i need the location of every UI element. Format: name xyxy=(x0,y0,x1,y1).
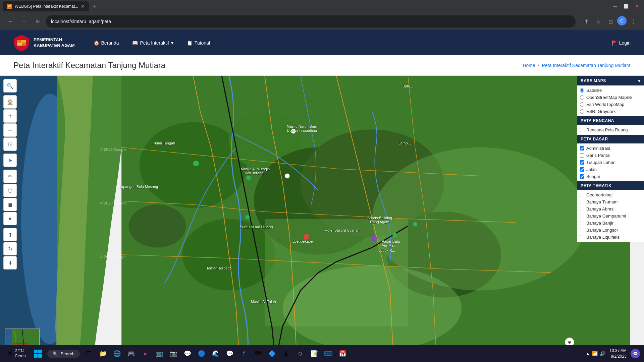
layer-satellite[interactable]: Satellite xyxy=(580,87,641,94)
taskbar-winrar[interactable]: 🗜 xyxy=(280,347,292,360)
osm-label[interactable]: OpenStreetMap Mapnik xyxy=(586,95,632,100)
sungai-label[interactable]: Sungai xyxy=(586,174,600,179)
menu-btn[interactable]: ⋮ xyxy=(628,16,639,27)
bahaya-tsunami-checkbox[interactable] xyxy=(580,200,584,204)
nav-peta-interaktif[interactable]: 📖 Peta Interaktif ▾ xyxy=(127,38,178,48)
layer-bahaya-tsunami[interactable]: Bahaya Tsunami xyxy=(580,198,641,205)
tutupan-lahan-checkbox[interactable] xyxy=(580,160,584,165)
nav-beranda[interactable]: 🏠 Beranda xyxy=(88,38,124,48)
home-tool-btn[interactable]: 🏠 xyxy=(3,95,17,109)
back-btn[interactable]: ← xyxy=(5,16,16,27)
esri-topo-radio[interactable] xyxy=(580,102,584,107)
taskbar-maps[interactable]: 🗺 xyxy=(252,347,264,360)
layer-osm[interactable]: OpenStreetMap Mapnik xyxy=(580,94,641,101)
navigate-btn[interactable]: ➤ xyxy=(3,154,17,167)
layer-esri-topo[interactable]: Esri WorldTopoMap xyxy=(580,101,641,108)
up-arrow-icon[interactable]: ▲ xyxy=(585,351,590,356)
satellite-label[interactable]: Satellite xyxy=(586,88,602,93)
forward-btn[interactable]: → xyxy=(19,16,30,27)
refresh-btn[interactable]: ↻ xyxy=(3,242,17,255)
reload-btn[interactable]: ↻ xyxy=(32,16,43,27)
bahaya-longsor-label[interactable]: Bahaya Longsor xyxy=(586,228,618,233)
taskbar-qgis[interactable]: Q xyxy=(294,347,307,360)
taskbar-xbox[interactable]: 🎮 xyxy=(125,347,138,360)
layer-bahaya-gempabumi[interactable]: Bahaya Gempabumi xyxy=(580,213,641,220)
esri-gray-label[interactable]: ESRI Graydark xyxy=(586,109,615,114)
taskbar-browser[interactable]: 🌐 xyxy=(111,347,123,360)
taskbar-media[interactable]: 📺 xyxy=(153,347,166,360)
active-tab[interactable]: W WEBGIS| Peta Interaktif Kecamat... ✕ xyxy=(3,1,89,11)
taskbar-search[interactable]: 🔍 Search xyxy=(47,350,80,358)
tutupan-lahan-label[interactable]: Tutupan Lahan xyxy=(586,160,615,165)
jalan-label[interactable]: Jalan xyxy=(586,167,597,172)
bahaya-banjir-label[interactable]: Bahaya Banjir xyxy=(586,221,613,226)
jalan-checkbox[interactable] xyxy=(580,167,584,172)
layer-tutupan-lahan[interactable]: Tutupan Lahan xyxy=(580,159,641,166)
draw-polygon-btn[interactable]: ⬡ xyxy=(3,184,17,197)
administrasi-checkbox[interactable] xyxy=(580,146,584,150)
taskbar-facebook[interactable]: f xyxy=(237,347,250,360)
layer-garis-pantai[interactable]: Garis Pantai xyxy=(580,152,641,159)
bahaya-tsunami-label[interactable]: Bahaya Tsunami xyxy=(586,199,619,204)
taskbar-task-view[interactable]: 🗔 xyxy=(83,347,95,360)
layer-administrasi[interactable]: Administrasi xyxy=(580,145,641,152)
layer-bahaya-abrasi[interactable]: Bahaya Abrasi xyxy=(580,205,641,213)
sungai-checkbox[interactable] xyxy=(580,174,584,179)
taskbar-instagram[interactable]: 📷 xyxy=(167,347,180,360)
taskbar-notepad[interactable]: 📝 xyxy=(308,347,321,360)
osm-radio[interactable] xyxy=(580,95,584,100)
start-button[interactable] xyxy=(31,347,45,360)
draw-line-btn[interactable]: ✏ xyxy=(3,170,17,183)
layer-geomorfologi[interactable]: Geomorfologi xyxy=(580,191,641,198)
bahaya-abrasi-label[interactable]: Bahaya Abrasi xyxy=(586,206,614,212)
minimize-btn[interactable]: — xyxy=(610,3,620,10)
bahaya-gempabumi-checkbox[interactable] xyxy=(580,214,584,218)
nav-tutorial[interactable]: 📋 Tutorial xyxy=(181,38,215,48)
bahaya-banjir-checkbox[interactable] xyxy=(580,221,584,225)
maximize-btn[interactable]: ⬜ xyxy=(621,3,631,10)
rencana-pola-ruang-label[interactable]: Rencana Pola Ruang xyxy=(586,127,628,132)
rencana-pola-ruang-checkbox[interactable] xyxy=(580,128,584,132)
taskbar-zoom[interactable]: 💬 xyxy=(181,347,194,360)
extensions-btn[interactable]: ⊡ xyxy=(605,16,616,27)
search-tool-btn[interactable]: 🔍 xyxy=(3,79,17,93)
draw-rect-btn[interactable]: ◼ xyxy=(3,198,17,211)
garis-pantai-checkbox[interactable] xyxy=(580,153,584,158)
administrasi-label[interactable]: Administrasi xyxy=(586,146,610,151)
zoom-out-btn[interactable]: − xyxy=(3,123,17,137)
taskbar-file-explorer[interactable]: 📁 xyxy=(97,347,109,360)
garis-pantai-label[interactable]: Garis Pantai xyxy=(586,153,610,158)
base-maps-collapse-btn[interactable]: ▾ xyxy=(638,78,641,83)
upload-btn[interactable]: ⬆ xyxy=(3,228,17,241)
taskbar-pink-app[interactable]: ● xyxy=(139,347,152,360)
taskbar-whatsapp[interactable]: 💬 xyxy=(223,347,236,360)
geomorfologi-checkbox[interactable] xyxy=(580,193,584,197)
measure-btn[interactable]: ⊡ xyxy=(3,137,17,151)
bahaya-longsor-checkbox[interactable] xyxy=(580,228,584,232)
taskbar-weather[interactable]: ☀ 27°C Cerah xyxy=(4,347,29,360)
zoom-in-btn[interactable]: + xyxy=(3,109,17,123)
layer-bahaya-longsor[interactable]: Bahaya Longsor xyxy=(580,227,641,234)
taskbar-vscode[interactable]: ⌨ xyxy=(322,347,335,360)
network-icon[interactable]: 📶 xyxy=(592,351,598,356)
tab-close-btn[interactable]: ✕ xyxy=(81,4,85,9)
map-container[interactable]: © 2023 Google © 2023 Google © 2023 Googl… xyxy=(0,76,644,362)
satellite-radio[interactable] xyxy=(580,88,584,93)
url-input[interactable] xyxy=(46,15,576,27)
draw-point-btn[interactable]: ● xyxy=(3,212,17,225)
new-tab-btn[interactable]: + xyxy=(90,2,99,11)
taskbar-clock[interactable]: 10:37 AM 9/2/2023 xyxy=(609,348,627,359)
breadcrumb-home[interactable]: Home xyxy=(523,63,535,68)
esri-topo-label[interactable]: Esri WorldTopoMap xyxy=(586,102,624,107)
taskbar-calendar[interactable]: 📅 xyxy=(336,347,349,360)
volume-icon[interactable]: 🔊 xyxy=(600,351,605,356)
layer-rencana-pola-ruang[interactable]: Rencana Pola Ruang xyxy=(580,126,641,133)
notification-center-btn[interactable]: 💬 xyxy=(631,349,640,358)
share-btn[interactable]: ⬆ xyxy=(581,16,592,27)
download-btn[interactable]: ⬇ xyxy=(3,256,17,269)
taskbar-edge[interactable]: 🌊 xyxy=(209,347,222,360)
close-btn[interactable]: ✕ xyxy=(633,3,641,10)
nav-login[interactable]: 🚩 Login xyxy=(611,40,631,46)
layer-esri-gray[interactable]: ESRI Graydark xyxy=(580,108,641,115)
bahaya-liquifaksi-checkbox[interactable] xyxy=(580,235,584,239)
